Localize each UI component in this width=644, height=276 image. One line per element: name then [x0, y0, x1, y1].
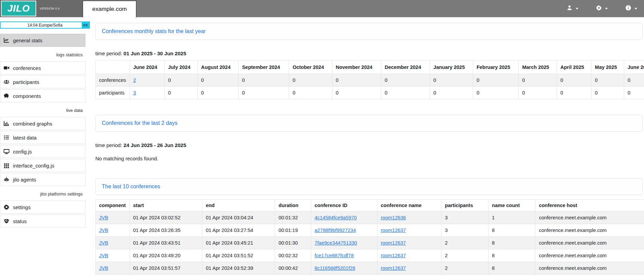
- app-logo[interactable]: JILO: [1, 1, 36, 16]
- column-header: February 2025: [473, 60, 519, 74]
- puzzle-piece-icon: [3, 93, 10, 99]
- topbar: JILO VERSION 0.4 example.com: [0, 0, 644, 17]
- last2days-title-link[interactable]: Conferences for the last 2 days: [102, 120, 177, 126]
- platform-tab-example-com[interactable]: example.com: [83, 1, 136, 17]
- table-cell: 7fae9ce344751330: [311, 237, 377, 249]
- table-cell: 0: [289, 87, 332, 99]
- table-cell: 00:01:32: [275, 212, 311, 224]
- table-cell: conference.meet.example.com: [535, 262, 644, 275]
- table-cell: 0: [238, 74, 289, 87]
- sidebar-item-interface-config-js[interactable]: interface_config.js: [0, 159, 85, 172]
- table-cell: 8: [488, 237, 535, 249]
- sidebar-section-jitsi-platforms-settings: jitsi platforms settings: [0, 187, 85, 201]
- sidebar-section-live-data: live data: [0, 103, 85, 117]
- no-records-message: No matching records found.: [95, 156, 644, 161]
- table-cell: 0: [591, 87, 624, 99]
- table-link[interactable]: room12636: [381, 215, 406, 220]
- chevron-down-icon: [634, 8, 637, 10]
- sidebar-item-label: jilo agents: [13, 177, 36, 183]
- monthly-stats-title-link[interactable]: Conferences monthly stats for the last y…: [102, 28, 206, 34]
- sidebar-item-label: components: [13, 93, 41, 99]
- table-link[interactable]: JVB: [99, 253, 108, 258]
- table-cell: 00:01:19: [275, 224, 311, 237]
- table-link[interactable]: 3: [133, 90, 136, 96]
- sidebar-item-combined-graphs[interactable]: combined graphs: [0, 117, 85, 130]
- table-link[interactable]: room12637: [381, 240, 406, 246]
- table-cell: 8: [488, 224, 535, 237]
- table-cell: 01 Apr 2024 03:04:24: [202, 212, 275, 224]
- table-link[interactable]: JVB: [99, 240, 108, 246]
- column-header: January 2025: [430, 60, 473, 74]
- table-link[interactable]: 4c14584fce9a5970: [315, 215, 357, 220]
- table-cell: 01 Apr 2024 03:51:57: [129, 262, 202, 275]
- table-link[interactable]: room12637: [381, 265, 406, 271]
- table-cell: 0: [519, 87, 557, 99]
- monthly-stats-table: June 2024July 2024August 2024September 2…: [95, 60, 644, 99]
- table-link[interactable]: JVB: [99, 215, 108, 220]
- table-cell: 0: [624, 87, 644, 99]
- column-header: October 2024: [289, 60, 332, 74]
- settings-menu-toggle[interactable]: [596, 5, 608, 12]
- table-link[interactable]: room12637: [381, 253, 406, 258]
- sidebar-item-label: participants: [13, 79, 39, 85]
- column-header: July 2024: [164, 60, 197, 74]
- app-logo-text: JILO: [7, 3, 30, 14]
- table-cell: JVB: [96, 237, 130, 249]
- sidebar-item-components[interactable]: components: [0, 89, 85, 102]
- table-cell: 0: [473, 74, 519, 87]
- table-link[interactable]: a2788f9bf9927234: [315, 228, 356, 233]
- table-cell: JVB: [96, 249, 130, 262]
- conference-row: JVB01 Apr 2024 03:02:5201 Apr 2024 03:04…: [96, 212, 644, 224]
- table-cell: 0: [164, 74, 197, 87]
- gear-icon: [596, 5, 602, 12]
- sidebar-item-label: latest data: [13, 135, 37, 141]
- topbar-menus: [566, 0, 637, 17]
- table-link[interactable]: room12637: [381, 228, 406, 233]
- table-cell: 00:01:30: [275, 237, 311, 249]
- info-menu-toggle[interactable]: [625, 5, 637, 12]
- table-cell: 0: [473, 87, 519, 99]
- table-cell: 0: [519, 74, 557, 87]
- sidebar-collapse-button[interactable]: <<: [82, 22, 89, 28]
- table-cell: conferences: [96, 74, 130, 87]
- sidebar-item-label: interface_config.js: [13, 163, 54, 169]
- table-cell: 3: [130, 87, 165, 99]
- sidebar-item-conferences[interactable]: conferences: [0, 61, 85, 74]
- table-cell: 0: [332, 87, 381, 99]
- user-menu-toggle[interactable]: [566, 5, 578, 12]
- table-link[interactable]: JVB: [99, 228, 108, 233]
- user-icon: [566, 5, 573, 12]
- sidebar-item-config-js[interactable]: config.js: [0, 145, 85, 158]
- time-period-label: time period:: [95, 50, 122, 56]
- gear-icon: [3, 204, 10, 210]
- column-header: April 2025: [557, 60, 591, 74]
- list-icon: [3, 134, 10, 141]
- table-link[interactable]: JVB: [99, 265, 108, 271]
- column-header: August 2024: [197, 60, 238, 74]
- sidebar-item-general-stats[interactable]: general stats: [0, 34, 85, 47]
- sidebar-item-latest-data[interactable]: latest data: [0, 131, 85, 144]
- heart-pulse-icon: [3, 218, 10, 224]
- table-link[interactable]: fce17ce887fcdf78: [315, 253, 354, 258]
- sidebar-item-jilo-agents[interactable]: jilo agents: [0, 173, 85, 186]
- table-cell: 8: [488, 249, 535, 262]
- users-icon: [3, 79, 10, 85]
- table-cell: 0: [164, 87, 197, 99]
- table-cell: 0: [381, 87, 430, 99]
- sidebar-item-label: conferences: [13, 65, 41, 71]
- table-cell: 01 Apr 2024 03:43:51: [129, 237, 202, 249]
- table-link[interactable]: 7fae9ce344751330: [315, 240, 357, 246]
- sidebar-item-status[interactable]: status: [0, 215, 85, 228]
- info-icon: [625, 5, 631, 12]
- grid-icon: [3, 162, 10, 169]
- sidebar-section-logs-statistics: logs statistics: [0, 48, 85, 61]
- last10-title-link[interactable]: The last 10 conferences: [102, 184, 160, 190]
- table-cell: 0: [381, 74, 430, 87]
- sidebar-item-participants[interactable]: participants: [0, 75, 85, 88]
- table-link[interactable]: 2: [133, 77, 136, 83]
- table-cell: 01 Apr 2024 03:26:35: [129, 224, 202, 237]
- sidebar-item-settings[interactable]: settings: [0, 201, 85, 214]
- table-link[interactable]: 8c116568f5201f28: [315, 265, 355, 271]
- monthly-time-period: time period: 01 Jun 2025 - 30 Jun 2025: [95, 50, 644, 56]
- table-cell: room12637: [377, 262, 441, 275]
